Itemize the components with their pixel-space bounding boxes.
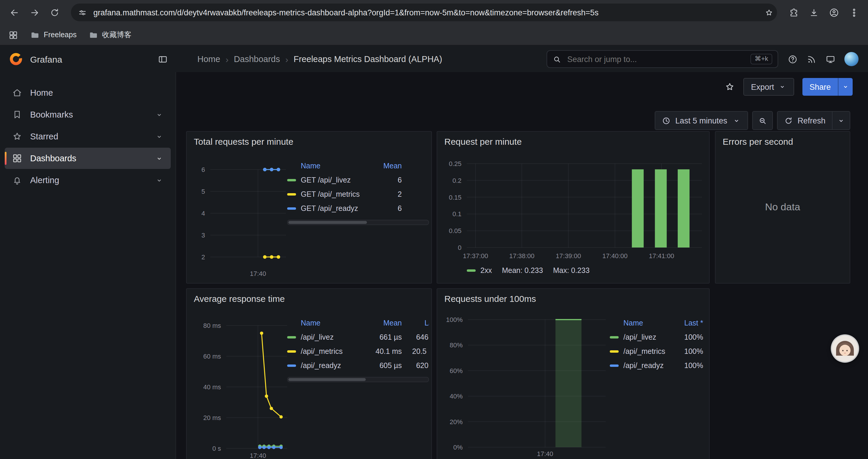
legend-row[interactable]: /api/_readyz605 µs620 µs <box>287 359 429 373</box>
url-bar[interactable] <box>71 4 777 21</box>
panel-title[interactable]: Request per minute <box>444 136 522 146</box>
chevron-down-icon <box>841 83 850 91</box>
floating-avatar-widget[interactable] <box>832 335 858 362</box>
legend-header-last[interactable]: Last <box>402 319 429 327</box>
forward-icon[interactable] <box>26 4 42 21</box>
sidebar-item-bookmarks[interactable]: Bookmarks <box>5 104 171 125</box>
legend-row[interactable]: GET /api/_readyz6 <box>287 201 429 216</box>
chart-requests-under-100ms[interactable]: 100%80%60%40%20%0%17:40 <box>437 289 709 459</box>
sidebar-item-label: Bookmarks <box>30 110 73 119</box>
panel-title[interactable]: Requests under 100ms <box>444 294 536 304</box>
legend-scrollbar[interactable] <box>287 377 429 382</box>
legend-scrollbar[interactable] <box>287 220 429 225</box>
download-icon[interactable] <box>805 4 822 21</box>
legend-header-mean[interactable]: Mean <box>361 319 402 327</box>
legend-row[interactable]: /api/_livez100% <box>610 330 703 345</box>
svg-text:17:40: 17:40 <box>537 450 553 458</box>
brand-area: Grafana <box>0 52 176 67</box>
breadcrumb-dashboards[interactable]: Dashboards <box>234 54 280 64</box>
series-color-dash <box>287 179 296 182</box>
bookmark-star-icon[interactable] <box>765 8 773 17</box>
legend-series: /api/_metrics <box>287 347 361 356</box>
legend-header-mean[interactable]: Mean <box>361 162 402 170</box>
sidebar-item-alerting[interactable]: Alerting <box>5 169 171 191</box>
breadcrumb-home[interactable]: Home <box>197 54 220 64</box>
sidebar-item-home[interactable]: Home <box>5 82 171 103</box>
site-info-icon[interactable] <box>78 8 87 17</box>
search-input[interactable] <box>566 54 746 64</box>
search-box[interactable]: ⌘+k <box>547 50 778 68</box>
scrollbar-thumb[interactable] <box>288 221 367 224</box>
panel-title[interactable]: Average response time <box>194 294 285 304</box>
export-button[interactable]: Export <box>743 78 794 96</box>
legend-row[interactable]: /api/_readyz100% <box>610 359 703 373</box>
apps-grid-icon[interactable] <box>8 30 18 40</box>
panel-title[interactable]: Total requests per minute <box>194 136 293 146</box>
chevron-down-icon[interactable] <box>155 154 164 163</box>
chevron-down-icon[interactable] <box>155 132 164 141</box>
sidebar-item-label: Starred <box>30 132 58 141</box>
back-icon[interactable] <box>6 4 23 21</box>
legend-series: /api/_readyz <box>287 362 361 370</box>
legend-stat: Mean: 0.233 <box>502 266 543 275</box>
svg-text:100%: 100% <box>446 316 463 323</box>
reload-icon[interactable] <box>46 4 63 21</box>
bookmarks-bar: Freeleaps 收藏博客 <box>0 25 868 45</box>
refresh-interval-button[interactable] <box>833 111 850 130</box>
sidebar-item-label: Alerting <box>30 175 59 185</box>
dashboards-grid-icon <box>12 153 23 164</box>
help-icon[interactable] <box>788 54 798 64</box>
share-menu-button[interactable] <box>838 78 852 96</box>
legend-row[interactable]: GET /api/_metrics2 <box>287 187 429 201</box>
legend-series: /api/_livez <box>287 333 361 341</box>
monitor-icon[interactable] <box>826 54 836 64</box>
svg-text:60 ms: 60 ms <box>203 353 221 360</box>
share-button[interactable]: Share <box>802 78 838 96</box>
folder-icon <box>30 30 39 40</box>
grafana-logo-icon[interactable] <box>8 52 24 67</box>
chevron-down-icon[interactable] <box>155 110 164 119</box>
legend-series: /api/_livez <box>610 333 684 341</box>
panel-title[interactable]: Errors per second <box>723 136 793 146</box>
legend-value-last: 100% <box>684 362 703 370</box>
browser-window: Freeleaps 收藏博客 Grafana Home › Dashboards… <box>0 0 868 459</box>
legend-series: GET /api/_readyz <box>287 204 361 213</box>
svg-text:3: 3 <box>202 232 205 239</box>
dock-sidebar-icon[interactable] <box>158 54 168 64</box>
legend-header-name[interactable]: Name <box>287 319 361 327</box>
svg-text:17:41:00: 17:41:00 <box>649 252 674 260</box>
panel-errors-per-second: Errors per second No data <box>715 131 850 284</box>
legend-row[interactable]: GET /api/_livez6 <box>287 173 429 187</box>
sidebar-item-starred[interactable]: Starred <box>5 126 171 147</box>
extensions-icon[interactable] <box>785 4 802 21</box>
legend-row[interactable]: /api/_metrics100% <box>610 345 703 359</box>
chevron-down-icon <box>778 83 786 91</box>
profile-avatar-icon[interactable] <box>826 4 842 21</box>
product-name[interactable]: Grafana <box>30 54 62 64</box>
legend-row[interactable]: /api/_metrics40.1 ms20.5 ms <box>287 345 429 359</box>
series-color-dash <box>467 269 476 272</box>
panel-request-per-minute: Request per minute 0.250.20.150.10.05017… <box>437 131 710 284</box>
favorite-star-icon[interactable] <box>724 81 735 92</box>
legend-header-last[interactable]: Last * <box>684 319 703 327</box>
legend-header-name[interactable]: Name <box>610 319 684 327</box>
legend-value-mean: 40.1 ms <box>361 347 402 356</box>
legend-row[interactable]: /api/_livez661 µs646 µs <box>287 330 429 345</box>
legend-series-name: 2xx <box>480 266 492 275</box>
bookmark-folder-freeleaps[interactable]: Freeleaps <box>30 30 76 40</box>
time-range-picker[interactable]: Last 5 minutes <box>655 111 748 130</box>
chevron-down-icon[interactable] <box>155 176 164 185</box>
legend-header-name[interactable]: Name <box>287 162 361 170</box>
url-text[interactable] <box>92 7 759 18</box>
legend-item[interactable]: 2xx <box>467 266 492 275</box>
bookmark-folder-blogs[interactable]: 收藏博客 <box>88 30 131 40</box>
news-rss-icon[interactable] <box>807 54 816 64</box>
zoom-out-button[interactable] <box>752 111 773 130</box>
menu-kebab-icon[interactable] <box>845 4 862 21</box>
sidebar-item-dashboards[interactable]: Dashboards <box>5 148 171 169</box>
chart-request-per-minute[interactable]: 0.250.20.150.10.05017:37:0017:38:0017:39… <box>437 132 709 283</box>
user-avatar[interactable] <box>844 52 859 66</box>
refresh-button[interactable]: Refresh <box>777 111 833 130</box>
svg-text:0.25: 0.25 <box>449 160 462 167</box>
scrollbar-thumb[interactable] <box>288 378 366 381</box>
